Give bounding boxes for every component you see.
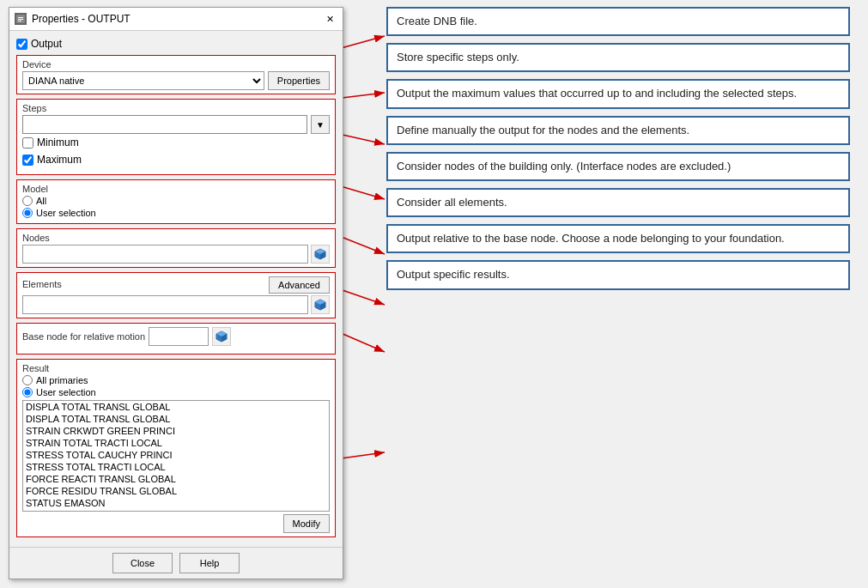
result-section: Result All primaries User selection DISP… <box>16 359 336 537</box>
result-all-row: All primaries <box>22 375 330 385</box>
result-label: Result <box>22 363 330 373</box>
model-label: Model <box>22 184 330 194</box>
annotation-2: Store specific steps only. <box>386 43 850 72</box>
annotation-4-text: Define manually the output for the nodes… <box>397 124 689 136</box>
steps-picker-button[interactable]: ▼ <box>311 115 330 134</box>
result-footer: Modify <box>22 514 330 533</box>
result-list-item[interactable]: STRAIN TOTAL TRACTI LOCAL <box>23 437 329 449</box>
device-section: Device DIANA native Properties <box>16 55 336 94</box>
svg-rect-11 <box>18 19 23 20</box>
result-all-label[interactable]: All primaries <box>36 375 88 385</box>
svg-rect-12 <box>18 21 21 21</box>
dialog-close-button[interactable]: Close <box>112 553 173 573</box>
nodes-cube-button[interactable] <box>311 245 330 264</box>
elements-header: Elements Advanced <box>22 276 330 294</box>
dialog-titlebar: Properties - OUTPUT ✕ <box>9 8 343 31</box>
annotation-1: Create DNB file. <box>386 7 850 36</box>
base-node-section: Base node for relative motion 18716 <box>16 323 336 355</box>
annotation-3: Output the maximum values that occurred … <box>386 79 850 108</box>
annotation-4: Define manually the output for the nodes… <box>386 116 850 145</box>
model-all-label[interactable]: All <box>36 196 46 206</box>
steps-input-row: 10-100(10) 101-1201(50) LAST ▼ <box>22 115 330 134</box>
annotation-2-text: Store specific steps only. <box>397 51 519 64</box>
svg-rect-10 <box>18 17 23 18</box>
result-list-item[interactable]: DISPLA TOTAL TRANSL GLOBAL <box>23 413 329 425</box>
minimum-checkbox[interactable] <box>22 137 33 149</box>
elements-section: Elements Advanced ALL <box>16 272 336 318</box>
nodes-input[interactable]: 1-22423 <box>22 245 308 264</box>
elements-input[interactable]: ALL <box>22 295 308 314</box>
device-select[interactable]: DIANA native <box>22 71 264 90</box>
result-list[interactable]: DISPLA TOTAL TRANSL GLOBALDISPLA TOTAL T… <box>22 400 330 512</box>
result-all-radio[interactable] <box>22 375 33 385</box>
annotation-6: Consider all elements. <box>386 188 850 217</box>
model-section: Model All User selection <box>16 179 336 224</box>
base-node-row: Base node for relative motion 18716 <box>22 327 330 346</box>
result-list-item[interactable]: STRESS TOTAL TRACTI LOCAL <box>23 461 329 473</box>
annotation-3-text: Output the maximum values that occurred … <box>397 87 797 100</box>
dialog-title: Properties - OUTPUT <box>32 13 131 25</box>
nodes-input-row: 1-22423 <box>22 245 330 264</box>
annotation-8-text: Output specific results. <box>397 268 510 281</box>
result-list-item[interactable]: FORCE RESIDU TRANSL GLOBAL <box>23 485 329 497</box>
model-user-row: User selection <box>22 208 330 218</box>
model-all-row: All <box>22 196 330 206</box>
output-checkbox-label[interactable]: Output <box>31 38 62 50</box>
advanced-button[interactable]: Advanced <box>269 276 330 294</box>
minimum-row: Minimum <box>22 136 330 149</box>
properties-button[interactable]: Properties <box>268 71 330 90</box>
titlebar-left: Properties - OUTPUT <box>15 13 131 25</box>
maximum-label[interactable]: Maximum <box>37 154 82 166</box>
result-list-item[interactable]: STRESS TOTAL CAUCHY PRINCI <box>23 449 329 461</box>
elements-label: Elements <box>22 279 62 289</box>
output-checkbox[interactable] <box>16 39 27 50</box>
dialog-icon <box>15 13 27 25</box>
result-user-label[interactable]: User selection <box>36 387 96 397</box>
base-node-label: Base node for relative motion <box>22 331 145 342</box>
result-user-radio[interactable] <box>22 387 33 397</box>
modify-button[interactable]: Modify <box>283 514 330 533</box>
steps-input[interactable]: 10-100(10) 101-1201(50) LAST <box>22 115 307 134</box>
dialog-footer: Close Help <box>9 547 343 579</box>
steps-label: Steps <box>22 103 330 113</box>
dialog-content: Output Device DIANA native Properties St… <box>9 31 343 547</box>
output-checkbox-row: Output <box>16 38 336 50</box>
result-list-item[interactable]: STATUS EMASON <box>23 497 329 509</box>
maximum-row: Maximum <box>22 154 330 166</box>
result-list-item[interactable]: DISPLA TOTAL TRANSL GLOBAL <box>23 401 329 413</box>
nodes-label: Nodes <box>22 233 330 243</box>
device-row: DIANA native Properties <box>22 71 330 90</box>
annotation-6-text: Consider all elements. <box>397 196 507 209</box>
annotation-5-text: Consider nodes of the building only. (In… <box>397 160 731 173</box>
result-list-item[interactable]: STRAIN CRKWDT GREEN PRINCI <box>23 425 329 437</box>
annotation-container: Create DNB file. Store specific steps on… <box>386 7 850 297</box>
annotation-5: Consider nodes of the building only. (In… <box>386 152 850 181</box>
model-user-label[interactable]: User selection <box>36 208 96 218</box>
nodes-section: Nodes 1-22423 <box>16 228 336 268</box>
result-user-row: User selection <box>22 387 330 397</box>
minimum-label[interactable]: Minimum <box>37 136 79 149</box>
steps-section: Steps 10-100(10) 101-1201(50) LAST ▼ Min… <box>16 99 336 175</box>
annotation-1-text: Create DNB file. <box>397 15 477 27</box>
base-node-cube-button[interactable] <box>212 327 231 346</box>
model-user-radio[interactable] <box>22 208 33 218</box>
annotation-7-text: Output relative to the base node. Choose… <box>397 232 785 245</box>
elements-cube-button[interactable] <box>311 295 330 314</box>
model-all-radio[interactable] <box>22 196 33 206</box>
elements-input-row: ALL <box>22 295 330 314</box>
annotation-8: Output specific results. <box>386 260 850 289</box>
close-x-button[interactable]: ✕ <box>322 11 337 27</box>
dialog-help-button[interactable]: Help <box>179 553 240 573</box>
maximum-checkbox[interactable] <box>22 155 33 166</box>
annotation-7: Output relative to the base node. Choose… <box>386 224 850 253</box>
base-node-input[interactable]: 18716 <box>149 327 209 346</box>
result-list-item[interactable]: FORCE REACTI TRANSL GLOBAL <box>23 473 329 485</box>
device-label: Device <box>22 59 330 70</box>
properties-dialog: Properties - OUTPUT ✕ Output Device DIAN… <box>9 7 343 579</box>
